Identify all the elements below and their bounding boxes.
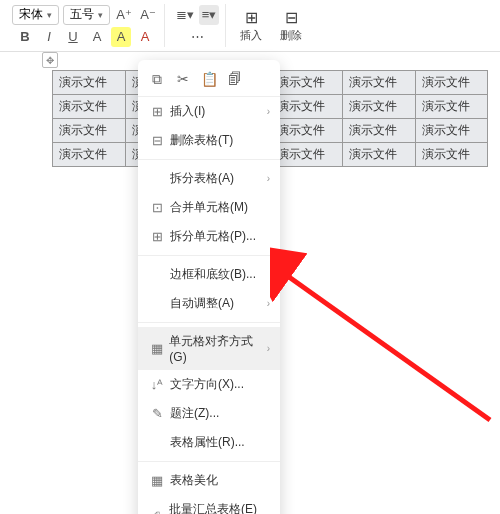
menu-item-icon: ↓ᴬ <box>148 377 166 392</box>
font-size-select[interactable]: 五号 ▾ <box>63 5 110 25</box>
menu-item-label: 拆分单元格(P)... <box>170 228 256 245</box>
underline-button[interactable]: U <box>63 27 83 47</box>
align-button[interactable]: ≡▾ <box>199 5 219 25</box>
insert-icon: ⊞ <box>245 8 258 27</box>
more-paragraph-button[interactable]: ⋯ <box>187 27 207 47</box>
annotation-arrow <box>270 230 500 430</box>
font-name-value: 宋体 <box>19 6 43 23</box>
table-cell[interactable]: 演示文件 <box>415 95 488 119</box>
menu-item-label: 删除表格(T) <box>170 132 233 149</box>
table-cell[interactable]: 演示文件 <box>343 71 416 95</box>
svg-line-0 <box>282 272 490 420</box>
menu-separator <box>138 159 280 160</box>
chevron-right-icon: › <box>267 343 270 354</box>
menu-item[interactable]: ▦表格美化 <box>138 466 280 495</box>
toolbar: 宋体 ▾ 五号 ▾ A⁺ A⁻ B I U A A A ≣▾ ≡▾ ⋯ <box>0 0 500 52</box>
menu-separator <box>138 322 280 323</box>
menu-item[interactable]: 拆分表格(A)› <box>138 164 280 193</box>
strikethrough-button[interactable]: A <box>87 27 107 47</box>
chevron-down-icon: ▾ <box>47 10 52 20</box>
menu-item[interactable]: 表格属性(R)... <box>138 428 280 457</box>
menu-item[interactable]: 边框和底纹(B)... <box>138 260 280 289</box>
decrease-font-button[interactable]: A⁻ <box>138 5 158 25</box>
menu-item-label: 表格美化 <box>170 472 218 489</box>
table-cell[interactable]: 演示文件 <box>53 95 126 119</box>
menu-item-icon: ▦ <box>148 473 166 488</box>
menu-item[interactable]: 自动调整(A)› <box>138 289 280 318</box>
table-cell[interactable]: 演示文件 <box>53 143 126 167</box>
menu-item-icon: ⊞ <box>148 104 166 119</box>
menu-item-icon: ▦ <box>148 341 165 356</box>
table-cell[interactable]: 演示文件 <box>53 119 126 143</box>
table-cell[interactable]: 演示文件 <box>415 143 488 167</box>
delete-label: 删除 <box>280 28 302 43</box>
font-name-select[interactable]: 宋体 ▾ <box>12 5 59 25</box>
italic-button[interactable]: I <box>39 27 59 47</box>
menu-item-label: 表格属性(R)... <box>170 434 245 451</box>
insert-label: 插入 <box>240 28 262 43</box>
menu-item-label: 单元格对齐方式(G) <box>169 333 266 364</box>
table-cell[interactable]: 演示文件 <box>343 95 416 119</box>
copy-icon[interactable]: ⧉ <box>148 70 166 88</box>
font-size-value: 五号 <box>70 6 94 23</box>
menu-item[interactable]: ✎题注(Z)... <box>138 399 280 428</box>
table-cell[interactable]: 演示文件 <box>270 119 343 143</box>
menu-item-label: 插入(I) <box>170 103 205 120</box>
menu-item-icon: ⎙ <box>148 509 165 514</box>
menu-item[interactable]: ⊡合并单元格(M) <box>138 193 280 222</box>
highlight-button[interactable]: A <box>111 27 131 47</box>
menu-item-icon: ⊞ <box>148 229 166 244</box>
context-menu-quick-actions: ⧉ ✂ 📋 🗐 <box>138 66 280 97</box>
menu-item-label: 题注(Z)... <box>170 405 219 422</box>
paragraph-group: ≣▾ ≡▾ ⋯ <box>169 4 226 47</box>
menu-item[interactable]: ⊞插入(I)› <box>138 97 280 126</box>
chevron-down-icon: ▾ <box>98 10 103 20</box>
menu-item-label: 自动调整(A) <box>170 295 234 312</box>
font-group: 宋体 ▾ 五号 ▾ A⁺ A⁻ B I U A A A <box>6 4 165 47</box>
table-cell[interactable]: 演示文件 <box>270 95 343 119</box>
table-move-handle[interactable]: ✥ <box>42 52 58 68</box>
menu-item-label: 文字方向(X)... <box>170 376 244 393</box>
menu-item[interactable]: ▦单元格对齐方式(G)› <box>138 327 280 370</box>
paste-icon[interactable]: 📋 <box>200 70 218 88</box>
menu-item-icon: ⊟ <box>148 133 166 148</box>
delete-icon: ⊟ <box>285 8 298 27</box>
table-cell[interactable]: 演示文件 <box>343 143 416 167</box>
font-color-button[interactable]: A <box>135 27 155 47</box>
context-menu: ⧉ ✂ 📋 🗐 ⊞插入(I)›⊟删除表格(T)拆分表格(A)›⊡合并单元格(M)… <box>138 60 280 514</box>
chevron-right-icon: › <box>267 298 270 309</box>
menu-item-label: 边框和底纹(B)... <box>170 266 256 283</box>
table-cell[interactable]: 演示文件 <box>270 143 343 167</box>
menu-item-icon: ⊡ <box>148 200 166 215</box>
chevron-right-icon: › <box>267 173 270 184</box>
table-cell[interactable]: 演示文件 <box>270 71 343 95</box>
list-button[interactable]: ≣▾ <box>175 5 195 25</box>
table-cell[interactable]: 演示文件 <box>53 71 126 95</box>
table-cell[interactable]: 演示文件 <box>343 119 416 143</box>
bold-button[interactable]: B <box>15 27 35 47</box>
menu-item[interactable]: ⊟删除表格(T) <box>138 126 280 155</box>
menu-item-label: 合并单元格(M) <box>170 199 248 216</box>
table-cell[interactable]: 演示文件 <box>415 71 488 95</box>
cut-icon[interactable]: ✂ <box>174 70 192 88</box>
table-cell[interactable]: 演示文件 <box>415 119 488 143</box>
menu-item[interactable]: ⊞拆分单元格(P)... <box>138 222 280 251</box>
table-insert-button[interactable]: ⊞ 插入 <box>236 8 266 43</box>
table-delete-button[interactable]: ⊟ 删除 <box>276 8 306 43</box>
menu-item[interactable]: ↓ᴬ文字方向(X)... <box>138 370 280 399</box>
menu-separator <box>138 255 280 256</box>
menu-item-label: 批量汇总表格(E) ⚡ <box>169 501 270 514</box>
menu-item-icon: ✎ <box>148 406 166 421</box>
table-tools-group: ⊞ 插入 ⊟ 删除 <box>230 4 312 47</box>
increase-font-button[interactable]: A⁺ <box>114 5 134 25</box>
chevron-right-icon: › <box>267 106 270 117</box>
menu-item[interactable]: ⎙批量汇总表格(E) ⚡ <box>138 495 280 514</box>
menu-item-label: 拆分表格(A) <box>170 170 234 187</box>
paste-special-icon[interactable]: 🗐 <box>226 70 244 88</box>
menu-separator <box>138 461 280 462</box>
